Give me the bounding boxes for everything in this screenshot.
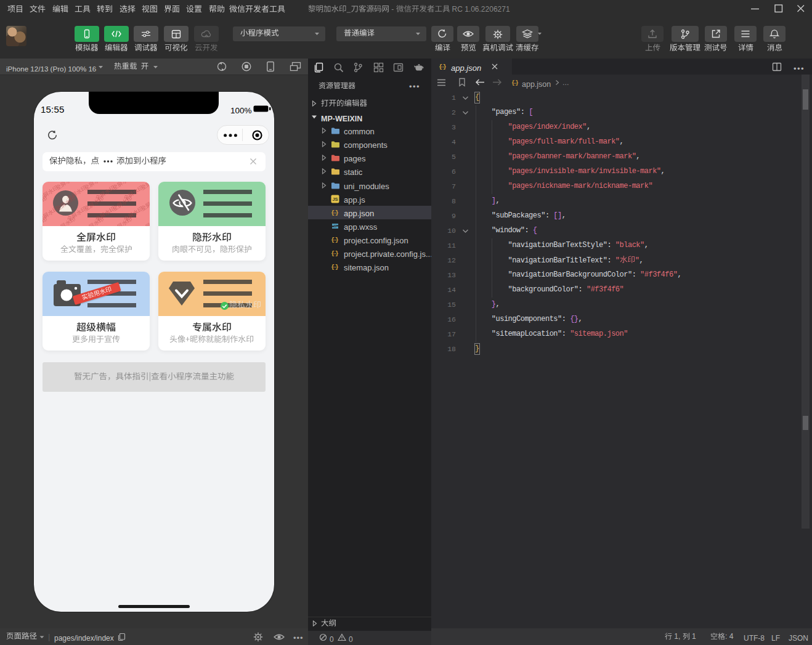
svg-text:JS: JS: [332, 197, 338, 202]
